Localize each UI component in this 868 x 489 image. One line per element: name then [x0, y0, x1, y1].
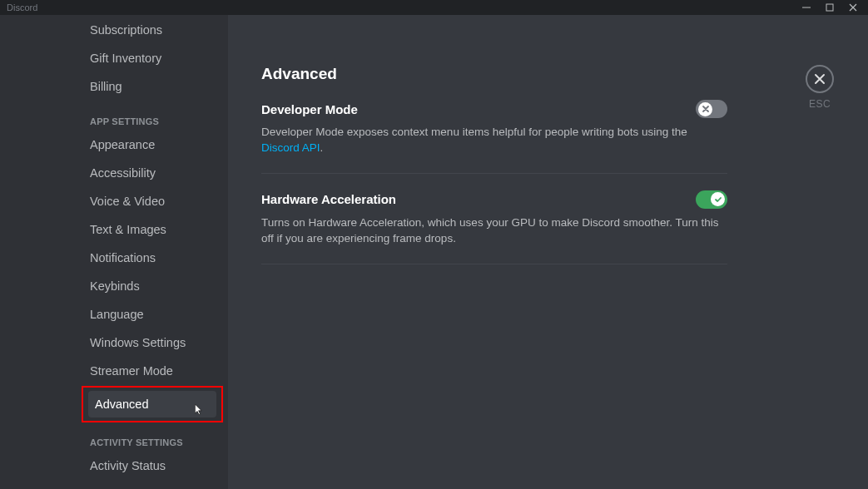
sidebar-item-text-images[interactable]: Text & Images: [83, 216, 223, 243]
sidebar-item-label: Windows Settings: [90, 336, 186, 349]
sidebar-item-label: Language: [90, 308, 144, 321]
sidebar-item-gift-inventory[interactable]: Gift Inventory: [83, 45, 223, 72]
minimize-button[interactable]: [795, 0, 818, 15]
hardware-acceleration-toggle[interactable]: [696, 190, 727, 209]
sidebar-item-voice-video[interactable]: Voice & Video: [83, 188, 223, 215]
sidebar-item-subscriptions[interactable]: Subscriptions: [83, 17, 223, 43]
window-controls: [795, 0, 865, 15]
sidebar-item-label: Voice & Video: [90, 195, 165, 208]
highlight-annotation: Advanced: [82, 386, 223, 422]
svg-rect-1: [826, 4, 833, 11]
sidebar-item-label: Subscriptions: [90, 23, 162, 37]
setting-hardware-acceleration: Hardware Acceleration Turns on Hardware …: [261, 190, 727, 264]
close-label: ESC: [805, 98, 835, 110]
svg-rect-0: [802, 7, 811, 8]
x-icon: [702, 105, 710, 113]
setting-description: Developer Mode exposes context menu item…: [261, 125, 727, 156]
discord-api-link[interactable]: Discord API: [261, 141, 320, 154]
close-settings-button[interactable]: [806, 65, 834, 93]
sidebar-item-label: Billing: [90, 80, 122, 93]
sidebar-item-accessibility[interactable]: Accessibility: [83, 160, 223, 186]
close-column: ESC: [805, 65, 835, 110]
sidebar-item-label: Gift Inventory: [90, 52, 161, 65]
sidebar-item-label: Notifications: [90, 251, 156, 264]
sidebar-item-keybinds[interactable]: Keybinds: [83, 273, 223, 299]
sidebar-item-label: Text & Images: [90, 223, 166, 236]
sidebar-item-label: Accessibility: [90, 166, 156, 180]
sidebar-item-appearance[interactable]: Appearance: [83, 131, 223, 158]
toggle-knob: [711, 192, 725, 206]
setting-developer-mode: Developer Mode Developer Mode exposes co…: [261, 100, 727, 174]
sidebar-item-language[interactable]: Language: [83, 301, 223, 328]
section-header-activity-settings: ACTIVITY SETTINGS: [90, 422, 223, 451]
page-title: Advanced: [261, 65, 727, 83]
desc-text: Developer Mode exposes context menu item…: [261, 126, 687, 138]
sidebar-item-label: Appearance: [90, 138, 155, 151]
sidebar-item-label: Activity Status: [90, 459, 166, 472]
sidebar-item-activity-status[interactable]: Activity Status: [83, 452, 223, 479]
close-icon: [813, 72, 826, 86]
maximize-button[interactable]: [818, 0, 841, 15]
titlebar: Discord: [0, 0, 868, 15]
check-icon: [714, 195, 722, 204]
app-name: Discord: [7, 2, 37, 12]
sidebar-item-streamer-mode[interactable]: Streamer Mode: [83, 358, 223, 384]
setting-description: Turns on Hardware Acceleration, which us…: [261, 215, 727, 247]
sidebar-item-label: Advanced: [95, 398, 149, 411]
section-header-app-settings: APP SETTINGS: [90, 101, 223, 130]
toggle-knob: [698, 102, 712, 116]
sidebar-item-windows-settings[interactable]: Windows Settings: [83, 329, 223, 356]
sidebar-item-label: Keybinds: [90, 279, 140, 293]
setting-title: Hardware Acceleration: [261, 192, 396, 206]
settings-content: Advanced Developer Mode Developer Mode e…: [228, 15, 868, 489]
close-window-button[interactable]: [841, 0, 865, 15]
sidebar-item-label: Streamer Mode: [90, 364, 173, 378]
desc-text: .: [320, 141, 324, 154]
sidebar-item-billing[interactable]: Billing: [83, 73, 223, 100]
sidebar-item-game-overlay[interactable]: Game Overlay: [83, 481, 223, 489]
developer-mode-toggle[interactable]: [696, 100, 727, 118]
sidebar-item-notifications[interactable]: Notifications: [83, 244, 223, 271]
sidebar-item-advanced[interactable]: Advanced: [88, 391, 216, 417]
setting-title: Developer Mode: [261, 102, 358, 116]
settings-sidebar: Subscriptions Gift Inventory Billing APP…: [0, 15, 228, 489]
